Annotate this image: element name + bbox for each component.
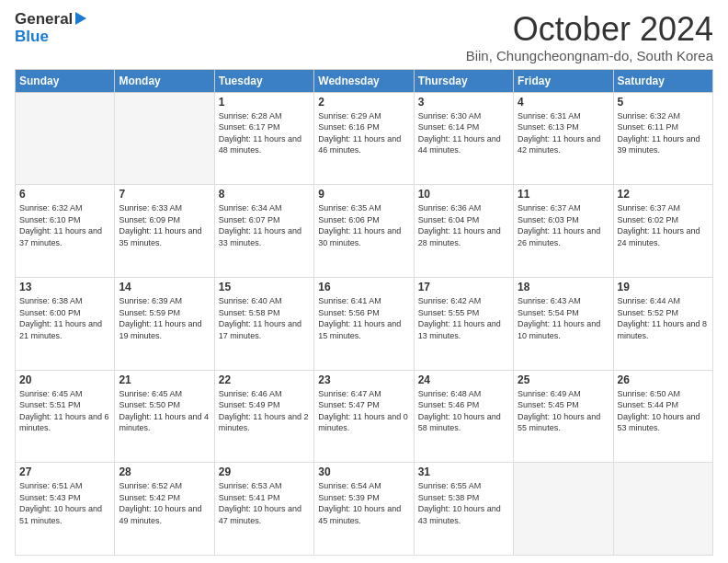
table-row	[115, 92, 214, 185]
day-number: 10	[418, 188, 509, 201]
month-title: October 2024	[466, 11, 713, 48]
day-info: Sunrise: 6:30 AMSunset: 6:14 PMDaylight:…	[418, 110, 509, 156]
day-number: 30	[318, 465, 409, 478]
table-row: 16Sunrise: 6:41 AMSunset: 5:56 PMDayligh…	[314, 277, 414, 370]
day-info: Sunrise: 6:50 AMSunset: 5:44 PMDaylight:…	[618, 388, 709, 434]
table-row: 4Sunrise: 6:31 AMSunset: 6:13 PMDaylight…	[514, 92, 613, 185]
table-row: 27Sunrise: 6:51 AMSunset: 5:43 PMDayligh…	[16, 463, 115, 556]
table-row: 25Sunrise: 6:49 AMSunset: 5:45 PMDayligh…	[514, 370, 613, 463]
day-number: 12	[618, 188, 709, 201]
day-number: 8	[219, 188, 310, 201]
day-info: Sunrise: 6:29 AMSunset: 6:16 PMDaylight:…	[318, 110, 409, 156]
day-info: Sunrise: 6:51 AMSunset: 5:43 PMDaylight:…	[19, 480, 110, 526]
table-row: 5Sunrise: 6:32 AMSunset: 6:11 PMDaylight…	[613, 92, 712, 185]
table-row: 24Sunrise: 6:48 AMSunset: 5:46 PMDayligh…	[414, 370, 513, 463]
calendar-week-row: 20Sunrise: 6:45 AMSunset: 5:51 PMDayligh…	[16, 370, 713, 463]
logo-blue: Blue	[15, 29, 97, 46]
day-number: 15	[219, 281, 310, 293]
day-number: 11	[518, 188, 609, 201]
day-number: 14	[119, 281, 210, 293]
logo-arrow-icon	[75, 12, 86, 25]
day-info: Sunrise: 6:46 AMSunset: 5:49 PMDaylight:…	[219, 388, 310, 434]
day-number: 24	[418, 373, 509, 386]
day-info: Sunrise: 6:33 AMSunset: 6:09 PMDaylight:…	[119, 202, 210, 248]
title-section: October 2024 Biin, Chungcheongnam-do, So…	[466, 11, 713, 63]
table-row: 29Sunrise: 6:53 AMSunset: 5:41 PMDayligh…	[214, 463, 313, 556]
location: Biin, Chungcheongnam-do, South Korea	[466, 48, 713, 63]
table-row: 26Sunrise: 6:50 AMSunset: 5:44 PMDayligh…	[613, 370, 712, 463]
day-number: 29	[219, 465, 310, 478]
col-monday: Monday	[115, 69, 214, 92]
table-row: 31Sunrise: 6:55 AMSunset: 5:38 PMDayligh…	[414, 463, 513, 556]
logo-general: General	[15, 10, 73, 28]
table-row	[16, 92, 115, 185]
day-info: Sunrise: 6:36 AMSunset: 6:04 PMDaylight:…	[418, 202, 509, 248]
table-row: 1Sunrise: 6:28 AMSunset: 6:17 PMDaylight…	[214, 92, 313, 185]
table-row: 8Sunrise: 6:34 AMSunset: 6:07 PMDaylight…	[214, 185, 313, 278]
day-info: Sunrise: 6:48 AMSunset: 5:46 PMDaylight:…	[418, 388, 509, 434]
table-row: 20Sunrise: 6:45 AMSunset: 5:51 PMDayligh…	[16, 370, 115, 463]
calendar-table: Sunday Monday Tuesday Wednesday Thursday…	[15, 69, 713, 556]
day-number: 27	[19, 465, 110, 478]
day-number: 17	[418, 281, 509, 293]
col-friday: Friday	[514, 69, 613, 92]
col-sunday: Sunday	[16, 69, 115, 92]
table-row: 23Sunrise: 6:47 AMSunset: 5:47 PMDayligh…	[314, 370, 414, 463]
day-number: 28	[119, 465, 210, 478]
day-info: Sunrise: 6:53 AMSunset: 5:41 PMDaylight:…	[219, 480, 310, 526]
day-info: Sunrise: 6:28 AMSunset: 6:17 PMDaylight:…	[219, 110, 310, 156]
day-number: 26	[618, 373, 709, 386]
day-info: Sunrise: 6:41 AMSunset: 5:56 PMDaylight:…	[318, 295, 409, 341]
day-number: 13	[19, 281, 110, 293]
table-row: 12Sunrise: 6:37 AMSunset: 6:02 PMDayligh…	[613, 185, 712, 278]
col-wednesday: Wednesday	[314, 69, 414, 92]
table-row: 28Sunrise: 6:52 AMSunset: 5:42 PMDayligh…	[115, 463, 214, 556]
day-number: 6	[19, 188, 110, 201]
table-row: 2Sunrise: 6:29 AMSunset: 6:16 PMDaylight…	[314, 92, 414, 185]
day-number: 25	[518, 373, 609, 386]
day-info: Sunrise: 6:45 AMSunset: 5:50 PMDaylight:…	[119, 388, 210, 434]
table-row: 13Sunrise: 6:38 AMSunset: 6:00 PMDayligh…	[16, 277, 115, 370]
table-row: 15Sunrise: 6:40 AMSunset: 5:58 PMDayligh…	[214, 277, 313, 370]
table-row: 17Sunrise: 6:42 AMSunset: 5:55 PMDayligh…	[414, 277, 513, 370]
day-info: Sunrise: 6:40 AMSunset: 5:58 PMDaylight:…	[219, 295, 310, 341]
day-info: Sunrise: 6:35 AMSunset: 6:06 PMDaylight:…	[318, 202, 409, 248]
col-thursday: Thursday	[414, 69, 513, 92]
day-number: 7	[119, 188, 210, 201]
day-number: 5	[618, 96, 709, 109]
calendar-week-row: 13Sunrise: 6:38 AMSunset: 6:00 PMDayligh…	[16, 277, 713, 370]
day-info: Sunrise: 6:37 AMSunset: 6:03 PMDaylight:…	[518, 202, 609, 248]
day-info: Sunrise: 6:38 AMSunset: 6:00 PMDaylight:…	[19, 295, 110, 341]
day-number: 31	[418, 465, 509, 478]
table-row: 21Sunrise: 6:45 AMSunset: 5:50 PMDayligh…	[115, 370, 214, 463]
table-row: 11Sunrise: 6:37 AMSunset: 6:03 PMDayligh…	[514, 185, 613, 278]
page: General Blue October 2024 Biin, Chungche…	[0, 0, 728, 563]
table-row: 10Sunrise: 6:36 AMSunset: 6:04 PMDayligh…	[414, 185, 513, 278]
col-saturday: Saturday	[613, 69, 712, 92]
day-info: Sunrise: 6:54 AMSunset: 5:39 PMDaylight:…	[318, 480, 409, 526]
table-row	[514, 463, 613, 556]
table-row: 7Sunrise: 6:33 AMSunset: 6:09 PMDaylight…	[115, 185, 214, 278]
day-number: 19	[618, 281, 709, 293]
day-info: Sunrise: 6:52 AMSunset: 5:42 PMDaylight:…	[119, 480, 210, 526]
table-row: 22Sunrise: 6:46 AMSunset: 5:49 PMDayligh…	[214, 370, 313, 463]
day-number: 9	[318, 188, 409, 201]
day-info: Sunrise: 6:44 AMSunset: 5:52 PMDaylight:…	[618, 295, 709, 341]
day-number: 3	[418, 96, 509, 109]
day-info: Sunrise: 6:42 AMSunset: 5:55 PMDaylight:…	[418, 295, 509, 341]
day-number: 20	[19, 373, 110, 386]
day-info: Sunrise: 6:32 AMSunset: 6:11 PMDaylight:…	[618, 110, 709, 156]
table-row: 3Sunrise: 6:30 AMSunset: 6:14 PMDaylight…	[414, 92, 513, 185]
day-info: Sunrise: 6:47 AMSunset: 5:47 PMDaylight:…	[318, 388, 409, 434]
day-number: 2	[318, 96, 409, 109]
table-row: 18Sunrise: 6:43 AMSunset: 5:54 PMDayligh…	[514, 277, 613, 370]
table-row: 6Sunrise: 6:32 AMSunset: 6:10 PMDaylight…	[16, 185, 115, 278]
day-info: Sunrise: 6:45 AMSunset: 5:51 PMDaylight:…	[19, 388, 110, 434]
day-info: Sunrise: 6:32 AMSunset: 6:10 PMDaylight:…	[19, 202, 110, 248]
day-info: Sunrise: 6:55 AMSunset: 5:38 PMDaylight:…	[418, 480, 509, 526]
day-number: 4	[518, 96, 609, 109]
day-number: 23	[318, 373, 409, 386]
calendar-week-row: 1Sunrise: 6:28 AMSunset: 6:17 PMDaylight…	[16, 92, 713, 185]
table-row: 9Sunrise: 6:35 AMSunset: 6:06 PMDaylight…	[314, 185, 414, 278]
day-info: Sunrise: 6:43 AMSunset: 5:54 PMDaylight:…	[518, 295, 609, 341]
